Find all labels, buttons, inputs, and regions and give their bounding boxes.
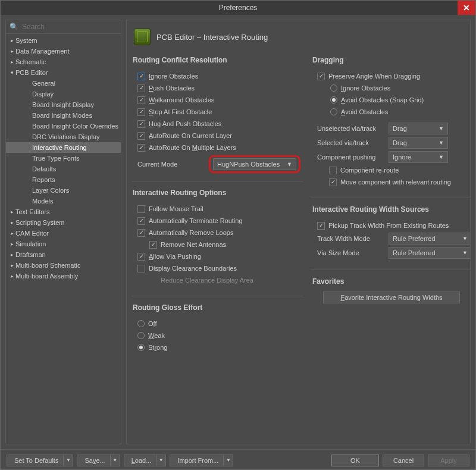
conflict-checkbox[interactable]: AutoRoute On Current Layer [137, 130, 300, 142]
radio-icon [137, 320, 145, 327]
checkbox-icon [137, 73, 145, 80]
tree-item[interactable]: ▸Schematic [6, 57, 121, 67]
checkbox-icon [137, 217, 145, 225]
drag-avoid-snap-radio[interactable]: Avoid Obstacles (Snap Grid) [330, 94, 471, 106]
tree-item[interactable]: ·General [6, 78, 121, 89]
tree-item[interactable]: ·Reports [6, 174, 121, 185]
track-width-mode-dropdown[interactable]: Rule Preferred ▼ [389, 233, 471, 245]
tree-item[interactable]: ·Board Insight Color Overrides [6, 121, 121, 131]
chevron-down-icon: ▼ [462, 250, 468, 256]
chevron-right-icon: ▸ [8, 48, 15, 54]
chevron-right-icon: ▸ [8, 241, 15, 247]
checkbox-icon [137, 84, 145, 92]
load-button[interactable]: Load... ▼ [124, 455, 167, 466]
gloss-off-radio[interactable]: Off [137, 318, 300, 330]
tree-item[interactable]: ·Interactive Routing [6, 142, 121, 153]
tree-item[interactable]: ·Display [6, 89, 121, 99]
checkbox-icon [137, 132, 145, 140]
gloss-weak-radio[interactable]: Weak [137, 330, 300, 341]
remove-net-antennas-checkbox[interactable]: Remove Net Antennas [149, 239, 300, 250]
selected-via-dropdown[interactable]: Drag ▼ [389, 137, 448, 149]
via-size-mode-label: Via Size Mode [317, 249, 384, 256]
conflict-checkbox[interactable]: Ignore Obstacles [137, 70, 300, 82]
ok-button[interactable]: OK [331, 455, 379, 466]
chevron-down-icon: ▼ [439, 154, 444, 160]
follow-mouse-trail-checkbox[interactable]: Follow Mouse Trail [137, 203, 300, 215]
component-pushing-dropdown[interactable]: Ignore ▼ [389, 151, 448, 163]
window-title: Preferences [219, 4, 258, 12]
current-mode-dropdown[interactable]: HugNPush Obstacles▼ [213, 158, 296, 170]
component-reroute-checkbox[interactable]: Component re-route [329, 164, 471, 176]
tree-item[interactable]: ▸Simulation [6, 239, 121, 249]
unselected-via-dropdown[interactable]: Drag ▼ [389, 123, 448, 134]
checkbox-icon [149, 241, 157, 249]
sidebar: 🔍 ▸System▸Data Management▸Schematic▾PCB … [5, 20, 121, 444]
tree-item[interactable]: ·True Type Fonts [6, 153, 121, 164]
chevron-down-icon: ▼ [156, 455, 165, 466]
chevron-right-icon: ▸ [8, 262, 15, 268]
checkbox-icon [137, 96, 145, 104]
tree-item[interactable]: ▾PCB Editor [6, 67, 121, 78]
checkbox-icon [137, 265, 145, 272]
chevron-down-icon: ▾ [8, 70, 15, 76]
checkbox-icon [329, 178, 337, 186]
chevron-right-icon: ▸ [8, 59, 15, 65]
checkbox-icon [137, 120, 145, 128]
tree-item[interactable]: ▸Scripting System [6, 217, 121, 228]
tree-item[interactable]: ·Defaults [6, 164, 121, 174]
tree-item[interactable]: ▸Multi-board Schematic [6, 260, 121, 271]
drag-ignore-obstacles-radio[interactable]: Ignore Obstacles [330, 82, 471, 94]
tree-item[interactable]: ▸Data Management [6, 46, 121, 57]
pickup-track-width-checkbox[interactable]: Pickup Track Width From Existing Routes [317, 220, 471, 231]
cancel-button[interactable]: Cancel [383, 455, 424, 466]
selected-via-label: Selected via/track [317, 139, 384, 146]
chevron-down-icon: ▼ [110, 455, 120, 466]
gloss-strong-radio[interactable]: Strong [137, 341, 300, 353]
import-from-button[interactable]: Import From... ▼ [170, 455, 233, 466]
tree-item[interactable]: ▸CAM Editor [6, 228, 121, 239]
radio-icon [330, 108, 337, 115]
search-input[interactable] [22, 23, 117, 31]
group-conflict-heading: Routing Conflict Resolution [131, 52, 303, 68]
chevron-right-icon: ▸ [8, 273, 15, 279]
radio-icon [137, 344, 145, 351]
checkbox-icon [317, 73, 325, 80]
reduce-clearance-display-area: Reduce Clearance Display Area [149, 274, 300, 286]
checkbox-icon [137, 229, 145, 237]
tree-item[interactable]: ▸System [6, 35, 121, 46]
tree-item[interactable]: ·Board Insight Modes [6, 110, 121, 121]
pcb-editor-icon [134, 29, 151, 45]
via-size-mode-dropdown[interactable]: Rule Preferred ▼ [389, 247, 471, 259]
save-button[interactable]: Save... ▼ [77, 455, 120, 466]
auto-terminate-routing-checkbox[interactable]: Automatically Terminate Routing [137, 215, 300, 227]
preserve-angle-checkbox[interactable]: Preserve Angle When Dragging [317, 70, 471, 82]
tree-item[interactable]: ·Board Insight Display [6, 99, 121, 110]
chevron-right-icon: ▸ [8, 252, 15, 258]
set-to-defaults-button[interactable]: Set To Defaults ▼ [7, 455, 73, 466]
conflict-checkbox[interactable]: Push Obstacles [137, 82, 300, 94]
auto-remove-loops-checkbox[interactable]: Automatically Remove Loops [137, 227, 300, 239]
allow-via-pushing-checkbox[interactable]: Allow Via Pushing [137, 250, 300, 262]
apply-button[interactable]: Apply [428, 455, 469, 466]
conflict-checkbox[interactable]: Hug And Push Obstacles [137, 118, 300, 130]
chevron-right-icon: ▸ [8, 37, 15, 43]
radio-icon [330, 84, 337, 92]
tree-item[interactable]: ·Models [6, 196, 121, 206]
nav-tree[interactable]: ▸System▸Data Management▸Schematic▾PCB Ed… [6, 34, 121, 444]
tree-item[interactable]: ·Layer Colors [6, 185, 121, 196]
display-clearance-boundaries-checkbox[interactable]: Display Clearance Boundaries [137, 262, 300, 274]
conflict-checkbox[interactable]: AutoRoute On Multiple Layers [137, 142, 300, 153]
favorite-widths-button[interactable]: Favorite Interactive Routing Widths [323, 292, 460, 303]
conflict-checkbox[interactable]: Stop At First Obstacle [137, 106, 300, 118]
close-button[interactable]: ✕ [458, 1, 475, 15]
checkbox-icon [137, 205, 145, 213]
move-component-checkbox[interactable]: Move component with relevant routing [329, 176, 471, 188]
checkbox-icon [137, 144, 145, 152]
tree-item[interactable]: ▸Multi-board Assembly [6, 271, 121, 281]
search-box[interactable]: 🔍 [6, 20, 121, 34]
conflict-checkbox[interactable]: Walkaround Obstacles [137, 94, 300, 106]
drag-avoid-radio[interactable]: Avoid Obstacles [330, 106, 471, 118]
tree-item[interactable]: ▸Text Editors [6, 206, 121, 217]
tree-item[interactable]: ▸Draftsman [6, 249, 121, 260]
tree-item[interactable]: ·DRC Violations Display [6, 131, 121, 142]
